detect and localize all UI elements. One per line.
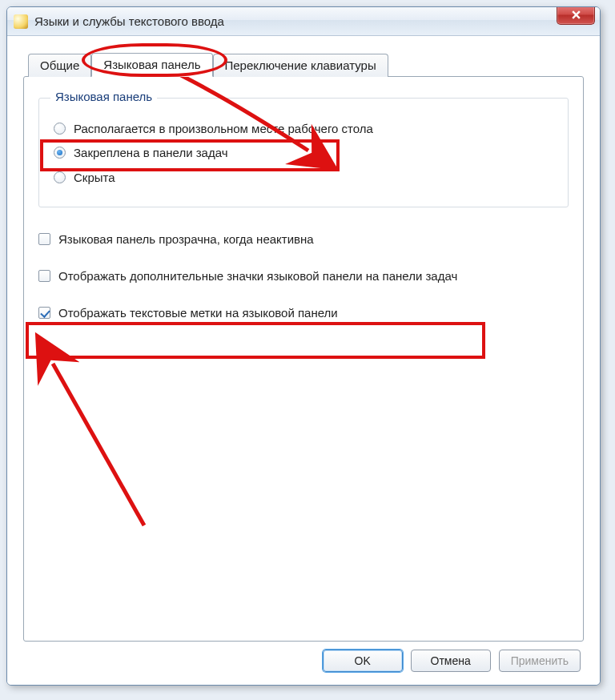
close-icon (571, 10, 581, 20)
checkbox-text-labels[interactable]: Отображать текстовые метки на языковой п… (38, 305, 569, 321)
checkbox-icon (38, 307, 50, 319)
cancel-button[interactable]: Отмена (411, 650, 491, 672)
checkbox-icon (38, 270, 50, 282)
client-area: Общие Языковая панель Переключение клави… (7, 36, 600, 685)
tab-general[interactable]: Общие (28, 54, 91, 77)
apply-button[interactable]: Применить (499, 650, 581, 672)
radio-icon (54, 147, 66, 159)
app-icon (14, 14, 28, 29)
radio-label: Располагается в произвольном месте рабоч… (74, 121, 373, 137)
radio-icon (54, 171, 66, 183)
checkbox-transparent[interactable]: Языковая панель прозрачна, когда неактив… (38, 231, 569, 247)
checkbox-label: Отображать текстовые метки на языковой п… (58, 305, 338, 321)
ok-button[interactable]: OK (323, 650, 403, 672)
tabstrip: Общие Языковая панель Переключение клави… (28, 52, 584, 76)
dialog-window: Языки и службы текстового ввода Общие Яз… (6, 6, 601, 686)
radio-float-desktop[interactable]: Располагается в произвольном месте рабоч… (50, 121, 557, 137)
button-label: Применить (511, 654, 569, 667)
window-title: Языки и службы текстового ввода (34, 14, 224, 28)
dialog-buttons: OK Отмена Применить (23, 642, 584, 674)
groupbox-language-bar: Языковая панель Располагается в произвол… (38, 98, 569, 207)
groupbox-legend: Языковая панель (50, 90, 157, 103)
radio-docked-taskbar[interactable]: Закреплена в панели задач (50, 145, 557, 161)
tab-label: Переключение клавиатуры (225, 58, 376, 72)
tab-language-bar[interactable]: Языковая панель (91, 53, 212, 77)
checkbox-extra-icons[interactable]: Отображать дополнительные значки языково… (38, 268, 569, 284)
button-label: OK (355, 654, 371, 667)
button-label: Отмена (431, 654, 471, 667)
checkbox-label: Языковая панель прозрачна, когда неактив… (58, 231, 314, 247)
close-button[interactable] (557, 6, 595, 25)
tab-keyboard-switching[interactable]: Переключение клавиатуры (213, 54, 388, 77)
tab-panel: Языковая панель Располагается в произвол… (23, 76, 584, 642)
radio-icon (54, 123, 66, 135)
checkbox-label: Отображать дополнительные значки языково… (58, 268, 457, 284)
tab-label: Языковая панель (103, 58, 200, 71)
titlebar: Языки и службы текстового ввода (7, 7, 600, 36)
radio-label: Закреплена в панели задач (74, 145, 228, 161)
radio-label: Скрыта (74, 170, 115, 186)
checkbox-icon (38, 233, 50, 245)
radio-hidden[interactable]: Скрыта (50, 170, 557, 186)
annotation-box-checkbox (26, 322, 485, 359)
tab-label: Общие (40, 58, 79, 72)
